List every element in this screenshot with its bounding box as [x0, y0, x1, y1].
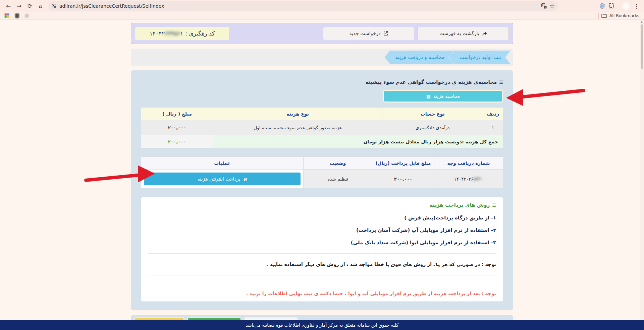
section-title-row: ☰ محاسبه‌ی هزینه ی درخواست گواهی عدم سوء… [141, 79, 503, 85]
page-scrollbar[interactable]: ▲ [640, 20, 644, 330]
col-payable-amount: مبلغ قابل پرداخت (ریال) [372, 157, 434, 170]
steps-card: ثبت اولیه درخواست محاسبه و دریافت هزینه [131, 49, 513, 66]
cell-receipt-number: ۱۴۰۴۲۰۲۶۵۴۳۱ [434, 170, 503, 188]
screen: ← → ⟳ ⌂ adliran.ir/JssClearanceCertReque… [0, 0, 644, 330]
internet-e-icon: e [243, 176, 247, 182]
external-link-icon [383, 31, 388, 36]
payment-methods-title-row: ☰ روش های پرداخت هزینه [148, 202, 496, 208]
receipt-masked: ۵۴۳ [473, 176, 481, 182]
payment-table-header-row: شماره دریافت وجه مبلغ قابل پرداخت (ریال)… [141, 157, 503, 170]
back-to-list-arrow-icon [482, 31, 487, 36]
payment-methods-title: روش های پرداخت هزینه [430, 202, 490, 208]
scrollbar-thumb[interactable] [641, 24, 643, 69]
browser-toolbar: ← → ⟳ ⌂ adliran.ir/JssClearanceCertReque… [0, 0, 644, 12]
col-account-type: نوع حساب [382, 108, 483, 120]
payment-table-row: ۱۴۰۴۲۰۲۶۵۴۳۱ ۲۰۰,۰۰۰ تنظیم شده e پرداخت … [141, 170, 503, 188]
toolbar-extensions-area: ⋮ [599, 2, 641, 10]
section-title: محاسبه‌ی هزینه ی درخواست گواهی عدم سوء پ… [366, 79, 497, 85]
wizard-steps: ثبت اولیه درخواست محاسبه و دریافت هزینه [385, 51, 511, 64]
fee-table-total-row: جمع کل هزینه :دویست هزار ریال معادل بیست… [141, 135, 503, 148]
cell-account-type: درآمدي دادگستري [382, 120, 483, 135]
fee-section-card: ☰ محاسبه‌ی هزینه ی درخواست گواهی عدم سوء… [131, 70, 513, 310]
bookmarks-bar: All Bookmarks [0, 12, 644, 20]
profile-avatar[interactable] [622, 2, 630, 10]
payment-method-3: ۳- استفاده از نرم افزار موبایلی ایوا (شر… [148, 240, 496, 245]
reload-icon[interactable]: ⟳ [25, 1, 35, 11]
total-fee-label: جمع کل هزینه :دویست هزار ریال معادل بیست… [213, 135, 503, 148]
site-settings-icon[interactable] [52, 3, 57, 8]
bookmark-favicon-2[interactable] [15, 13, 19, 18]
list-icon: ☰ [499, 80, 503, 85]
folder-icon [601, 13, 607, 18]
extensions-puzzle-icon[interactable] [608, 3, 614, 9]
cell-row-number: ۱ [483, 120, 503, 135]
site-footer: کلیه حقوق این سامانه متعلق به مرکز آمار … [0, 320, 644, 330]
all-bookmarks-label[interactable]: All Bookmarks [609, 13, 639, 18]
fee-table-row: ۱ درآمدي دادگستري هزینه صدور گواهي عدم س… [141, 120, 503, 135]
cell-amount: ۲۰۰,۰۰۰ [141, 120, 213, 135]
scrollbar-up-icon[interactable]: ▲ [641, 20, 643, 23]
online-payment-button[interactable]: e پرداخت اینترنتی هزینه [144, 173, 301, 185]
tracking-code-value: ۱۴۰۴۲۲۳۴۵۶۱ [150, 30, 183, 37]
step-fee-calculation[interactable]: محاسبه و دریافت هزینه [385, 51, 454, 64]
payment-table: شماره دریافت وجه مبلغ قابل پرداخت (ریال)… [141, 156, 503, 188]
page-content: بازگشت به فهرست درخواست جدید کد رهگیری :… [131, 20, 513, 330]
divider [148, 253, 496, 254]
bookmarks-separator [598, 13, 599, 19]
back-to-list-button[interactable]: بازگشت به فهرست [418, 27, 509, 40]
divider [148, 275, 496, 275]
cell-status: تنظیم شده [304, 170, 372, 188]
address-bar[interactable]: adliran.ir/JssClearanceCertRequest/SelfI… [48, 1, 558, 11]
url-text[interactable]: adliran.ir/JssClearanceCertRequest/SelfI… [59, 3, 539, 9]
back-icon[interactable]: ← [3, 1, 13, 11]
toolbar-separator [618, 3, 618, 9]
col-row-number: ردیف [483, 108, 503, 120]
tracking-header-card: بازگشت به فهرست درخواست جدید کد رهگیری :… [131, 23, 513, 44]
translate-icon[interactable]: G文 [541, 3, 547, 9]
payment-method-1: ۱- از طریق درگاه پرداخت(پیش فرض ) [148, 215, 496, 220]
step-initial-registration[interactable]: ثبت اولیه درخواست [449, 51, 511, 64]
online-payment-label: پرداخت اینترنتی هزینه [198, 176, 240, 182]
tracking-code-masked: ۲۳۴۵۶ [165, 30, 180, 37]
calculate-fee-label: محاسبه هزینه [433, 93, 460, 99]
payment-method-2: ۲- استفاده از نرم افزار موبایلی آپ (شرکت… [148, 227, 496, 233]
payment-methods-box: ☰ روش های پرداخت هزینه ۱- از طریق درگاه … [141, 197, 503, 302]
col-receipt-number: شماره دریافت وجه [434, 157, 503, 170]
bookmark-favicon-1[interactable] [5, 13, 9, 18]
col-amount: مبلغ ( ریال ) [141, 108, 213, 120]
copyright-text: کلیه حقوق این سامانه متعلق به مرکز آمار … [246, 322, 398, 328]
calculate-fee-button[interactable]: محاسبه هزینه ▦ [383, 90, 503, 103]
total-fee-amount: ۲۰۰,۰۰۰ [141, 135, 213, 148]
chrome-menu-icon[interactable]: ⋮ [634, 3, 639, 9]
home-icon[interactable]: ⌂ [36, 1, 46, 11]
fee-table-header-row: ردیف نوع حساب نوع هزینه مبلغ ( ریال ) [141, 108, 503, 120]
cell-fee-type: هزینه صدور گواهي عدم سوء پیشینه نسخه اول [213, 120, 382, 135]
back-to-list-label: بازگشت به فهرست [439, 31, 479, 36]
payment-note: توجه : در صورتی که هر یک از روش های فوق … [148, 262, 496, 267]
calculator-icon: ▦ [426, 93, 431, 99]
col-status: وضعیت [304, 157, 372, 170]
bookmark-favicon-3[interactable] [25, 14, 29, 17]
forward-icon[interactable]: → [14, 1, 24, 11]
tracking-code-badge: کد رهگیری : ۱۴۰۴۲۲۳۴۵۶۱ [135, 27, 229, 40]
payment-warning: توجه : بعد از پرداخت هزینه از طریق نرم ا… [148, 291, 496, 296]
col-operations: عملیات [141, 157, 304, 170]
cell-payable-amount: ۲۰۰,۰۰۰ [372, 170, 434, 188]
red-arrow-to-calculate-button [505, 86, 585, 107]
cell-operations: e پرداخت اینترنتی هزینه [141, 170, 304, 188]
svg-text:文: 文 [544, 6, 546, 8]
shield-extension-icon[interactable] [599, 3, 605, 9]
fee-table: ردیف نوع حساب نوع هزینه مبلغ ( ریال ) ۱ … [141, 107, 503, 148]
tracking-label: کد رهگیری : [185, 30, 215, 37]
new-request-button[interactable]: درخواست جدید [323, 27, 414, 40]
green-list-icon: ☰ [492, 203, 496, 208]
col-fee-type: نوع هزینه [213, 108, 382, 120]
new-request-label: درخواست جدید [349, 31, 380, 36]
bookmark-star-icon[interactable]: ☆ [549, 2, 555, 9]
